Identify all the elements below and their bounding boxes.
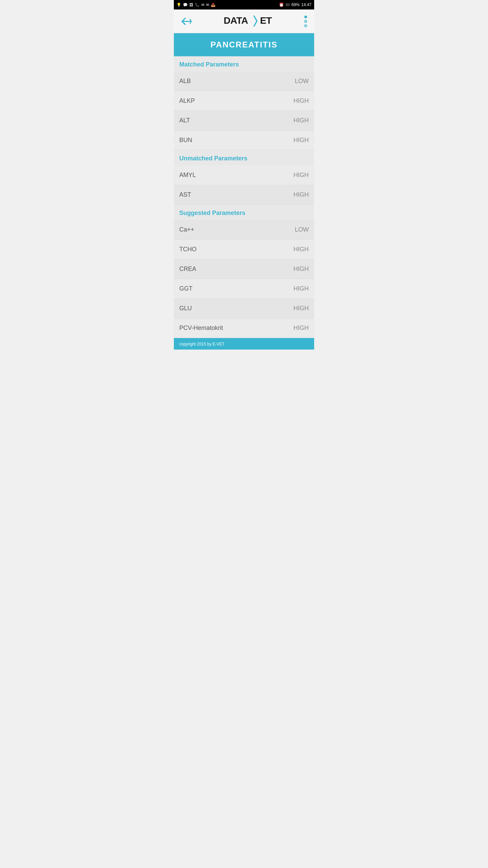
param-row-glu: GLU HIGH — [174, 299, 314, 318]
param-name-tcho: TCHO — [179, 246, 197, 253]
status-bar-left: 💡 💬 🖼 📞 ✉ ✉ 📥 — [177, 3, 216, 7]
signal-icon: ⁞⁞⁞ — [286, 2, 290, 7]
param-value-pcv: HIGH — [293, 324, 309, 332]
param-value-ast: HIGH — [293, 191, 309, 198]
suggested-parameters-section-header: Suggested Parameters — [174, 205, 314, 220]
param-name-bun: BUN — [179, 137, 192, 144]
param-row-ggt: GGT HIGH — [174, 279, 314, 299]
param-row-ast: AST HIGH — [174, 185, 314, 205]
param-value-tcho: HIGH — [293, 246, 309, 253]
param-name-ggt: GGT — [179, 285, 192, 292]
time-text: 14:47 — [301, 2, 311, 7]
param-value-glu: HIGH — [293, 305, 309, 312]
logo: DATA ET — [224, 15, 272, 28]
image-icon: 🖼 — [189, 3, 193, 7]
notification-icon: 💡 — [177, 3, 181, 7]
title-banner: PANCREATITIS — [174, 33, 314, 56]
header: DATA ET — [174, 9, 314, 33]
param-row-amyl: AMYL HIGH — [174, 165, 314, 185]
suggested-parameters-label: Suggested Parameters — [179, 210, 245, 216]
param-name-ca: Ca++ — [179, 226, 194, 233]
whatsapp-icon: 💬 — [183, 3, 188, 7]
param-name-pcv: PCV-Hematokrit — [179, 324, 223, 332]
alarm-icon: ⏰ — [279, 2, 284, 7]
param-value-alt: HIGH — [293, 117, 309, 124]
param-value-bun: HIGH — [293, 137, 309, 144]
param-name-alb: ALB — [179, 78, 191, 85]
param-name-glu: GLU — [179, 305, 192, 312]
param-row-pcv: PCV-Hematokrit HIGH — [174, 318, 314, 338]
unmatched-parameters-section-header: Unmatched Parameters — [174, 150, 314, 165]
param-row-alt: ALT HIGH — [174, 111, 314, 131]
param-row-alb: ALB LOW — [174, 72, 314, 91]
footer: copyright 2015 by E-VET — [174, 338, 314, 350]
param-value-alb: LOW — [295, 78, 309, 85]
diagnosis-title: PANCREATITIS — [210, 40, 278, 49]
gmail-icon1: ✉ — [201, 3, 204, 7]
menu-button[interactable] — [303, 14, 309, 29]
unmatched-parameters-label: Unmatched Parameters — [179, 155, 247, 162]
param-row-ca: Ca++ LOW — [174, 220, 314, 240]
phone-icon: 📞 — [195, 3, 200, 7]
param-value-ggt: HIGH — [293, 285, 309, 292]
param-row-alkp: ALKP HIGH — [174, 91, 314, 111]
param-name-amyl: AMYL — [179, 172, 196, 179]
param-name-alkp: ALKP — [179, 97, 195, 104]
param-name-alt: ALT — [179, 117, 190, 124]
menu-dot-3 — [304, 24, 307, 27]
inbox-icon: 📥 — [211, 3, 216, 7]
param-row-crea: CREA HIGH — [174, 259, 314, 279]
matched-parameters-label: Matched Parameters — [179, 61, 239, 68]
status-bar: 💡 💬 🖼 📞 ✉ ✉ 📥 ⏰ ⁞⁞⁞ 69% 14:47 — [174, 0, 314, 9]
back-button[interactable] — [179, 16, 193, 26]
status-bar-right: ⏰ ⁞⁞⁞ 69% 14:47 — [279, 2, 311, 7]
logo-slash — [248, 15, 260, 26]
param-row-bun: BUN HIGH — [174, 131, 314, 150]
battery-text: 69% — [291, 2, 300, 7]
menu-dot-1 — [304, 16, 307, 18]
footer-copyright: copyright 2015 by E-VET — [179, 342, 224, 347]
menu-dot-2 — [304, 20, 307, 23]
param-row-tcho: TCHO HIGH — [174, 240, 314, 259]
content-area: Matched Parameters ALB LOW ALKP HIGH ALT… — [174, 56, 314, 338]
param-value-ca: LOW — [295, 226, 309, 233]
gmail-icon2: ✉ — [206, 3, 209, 7]
matched-parameters-section-header: Matched Parameters — [174, 56, 314, 72]
param-value-crea: HIGH — [293, 265, 309, 273]
param-value-amyl: HIGH — [293, 172, 309, 179]
param-value-alkp: HIGH — [293, 97, 309, 104]
param-name-ast: AST — [179, 191, 191, 198]
param-name-crea: CREA — [179, 265, 196, 273]
